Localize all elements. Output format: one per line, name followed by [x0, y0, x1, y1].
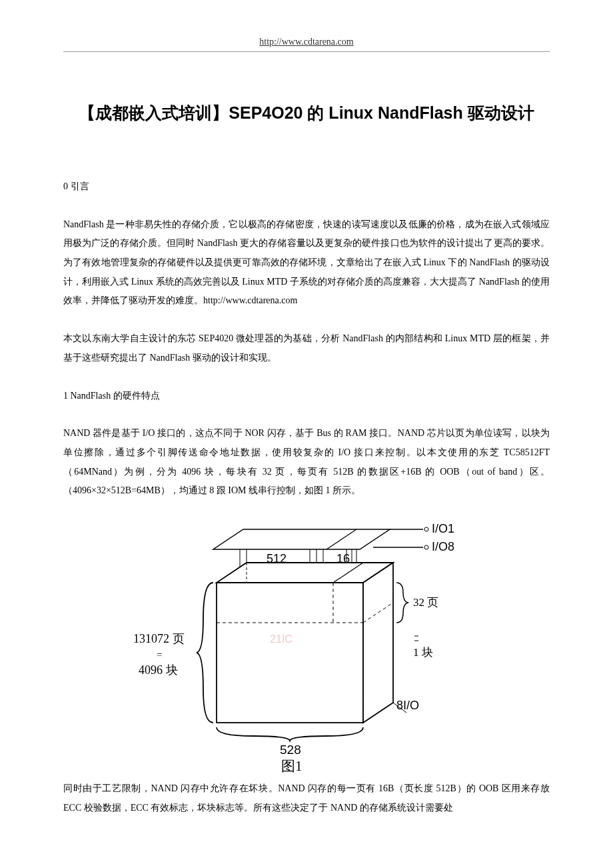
header-divider [63, 51, 550, 52]
fig-watermark: 21IC [270, 633, 293, 645]
figure-1: 512 16 I/O1 I/O8 [127, 519, 486, 773]
svg-rect-14 [217, 583, 363, 723]
svg-point-5 [424, 545, 428, 549]
fig-label-528: 528 [280, 743, 301, 757]
paragraph-intro: NandFlash 是一种非易失性的存储介质，它以极高的存储密度，快速的读写速度… [63, 215, 550, 311]
fig-label-32pages: 32 页 [413, 596, 438, 609]
fig-label-io1: I/O1 [432, 522, 454, 535]
fig-label-totalblocks: 4096 块 [139, 663, 178, 677]
fig-label-totalpages: 131072 页 [133, 632, 185, 645]
paragraph-hw: NAND 器件是基于 I/O 接口的，这点不同于 NOR 闪存，基于 Bus 的… [63, 424, 550, 501]
paragraph-oob: 同时由于工艺限制，NAND 闪存中允许存在坏块。NAND 闪存的每一页有 16B… [63, 779, 550, 817]
section-heading-1: 1 NandFlash 的硬件特点 [63, 387, 550, 406]
section-heading-0: 0 引言 [63, 177, 550, 197]
fig-label-1block: 1 块 [413, 646, 433, 659]
fig-caption: 图1 [281, 758, 303, 773]
page-title: 【成都嵌入式培训】SEP4O20 的 Linux NandFlash 驱动设计 [63, 102, 550, 124]
fig-label-io8: I/O8 [432, 540, 454, 553]
fig-label-8io: 8I/O [396, 699, 419, 712]
header-url: http://www.cdtarena.com [63, 37, 550, 47]
paragraph-basis: 本文以东南大学自主设计的东芯 SEP4020 微处理器的为基础，分析 NandF… [63, 329, 550, 367]
svg-marker-16 [363, 563, 393, 723]
fig-label-eq: = [157, 649, 162, 660]
svg-marker-0 [213, 529, 390, 549]
svg-point-3 [424, 527, 428, 531]
